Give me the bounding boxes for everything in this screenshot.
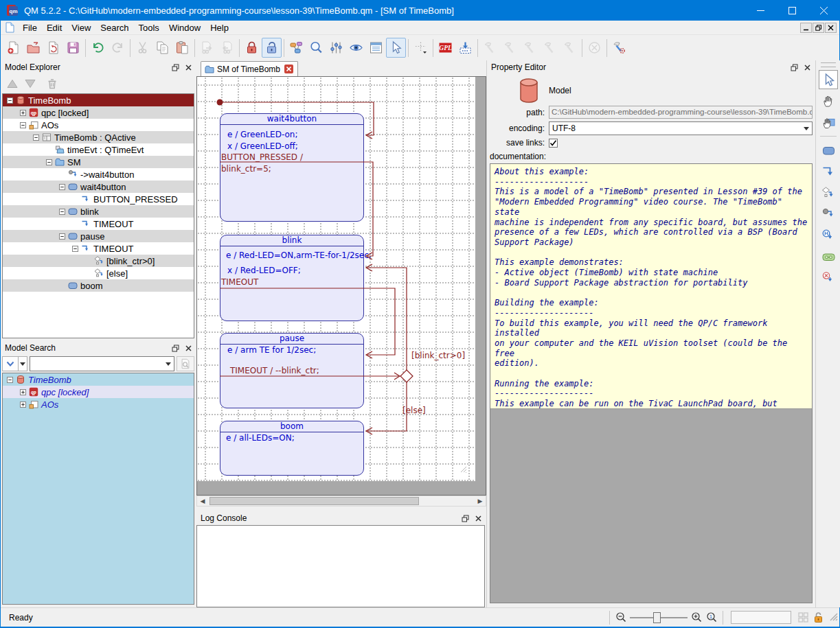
menu-item-view[interactable]: View bbox=[67, 21, 95, 34]
tree-item-blink-ctr-0[interactable]: [blink_ctr>0] bbox=[3, 255, 194, 267]
expander-minus-icon[interactable] bbox=[5, 97, 14, 104]
hammer-button[interactable] bbox=[520, 38, 540, 58]
text-editor-button[interactable] bbox=[366, 38, 386, 58]
hammer-gear-button[interactable] bbox=[609, 38, 629, 58]
expander-plus-icon[interactable] bbox=[19, 402, 27, 408]
choice-tool-button[interactable] bbox=[819, 183, 838, 202]
cancel-button[interactable] bbox=[584, 38, 604, 58]
hammer-button[interactable] bbox=[480, 38, 500, 58]
diagram-viewport[interactable]: wait4buttone / GreenLED-on;x / GreenLED-… bbox=[196, 76, 486, 496]
tree-item-pause[interactable]: pause bbox=[3, 230, 194, 242]
tree-item-timeout[interactable]: TIMEOUT bbox=[3, 218, 194, 230]
pointer-button[interactable] bbox=[386, 38, 406, 58]
grid-toggle-button[interactable] bbox=[795, 610, 810, 625]
float-panel-icon[interactable] bbox=[170, 62, 181, 72]
expander-minus-icon[interactable] bbox=[45, 159, 54, 165]
mdi-child-icon[interactable] bbox=[4, 22, 15, 33]
eye-button[interactable] bbox=[346, 38, 366, 58]
search-direction-menu-button[interactable] bbox=[19, 356, 27, 371]
expander-plus-icon[interactable] bbox=[19, 110, 27, 116]
toolbar-grip[interactable] bbox=[821, 62, 836, 67]
tree-item-wait4button[interactable]: wait4button bbox=[3, 181, 194, 193]
import-tray-button[interactable] bbox=[455, 38, 475, 58]
tree-item-timebomb[interactable]: TimeBomb bbox=[3, 94, 194, 106]
reload-model-button[interactable] bbox=[43, 38, 63, 58]
choice-point[interactable] bbox=[400, 370, 413, 382]
lock-status-button[interactable] bbox=[810, 610, 826, 625]
tree-item-timebomb-qactive[interactable]: TimeBomb : QActive bbox=[3, 131, 194, 143]
mdi-minimize-button[interactable] bbox=[800, 23, 812, 33]
delete-item-button[interactable] bbox=[43, 75, 61, 92]
expander-minus-icon[interactable] bbox=[58, 209, 67, 215]
zoom-in-button[interactable] bbox=[689, 610, 704, 625]
palette-button[interactable] bbox=[286, 38, 306, 58]
open-model-button[interactable] bbox=[23, 38, 43, 58]
tree-item-sm[interactable]: SM bbox=[3, 156, 194, 168]
cut-button[interactable] bbox=[133, 38, 152, 58]
paste-button[interactable] bbox=[172, 38, 192, 58]
float-panel-icon[interactable] bbox=[170, 343, 181, 353]
link-export-button[interactable] bbox=[197, 38, 217, 58]
redo-button[interactable] bbox=[108, 38, 128, 58]
encoding-select[interactable]: UTF-8 bbox=[549, 121, 813, 135]
move-up-button[interactable] bbox=[3, 75, 21, 92]
expander-minus-icon[interactable] bbox=[71, 246, 80, 252]
grid-snap-button[interactable] bbox=[411, 38, 431, 58]
state-pause[interactable]: pausee / arm TE for 1/2sec;TIMEOUT / --b… bbox=[220, 333, 364, 408]
undo-button[interactable] bbox=[88, 38, 108, 58]
maximize-button[interactable] bbox=[776, 0, 808, 21]
hammer-button[interactable] bbox=[500, 38, 520, 58]
menu-item-window[interactable]: Window bbox=[164, 21, 205, 34]
combo-dropdown-button[interactable] bbox=[801, 122, 812, 135]
guard-label[interactable]: [else] bbox=[402, 406, 426, 415]
mdi-restore-button[interactable] bbox=[813, 23, 824, 33]
search-direction-button[interactable] bbox=[2, 356, 19, 371]
lock-button[interactable] bbox=[242, 38, 262, 58]
tree-item-blink[interactable]: blink bbox=[3, 205, 194, 218]
hand-tool-button[interactable] bbox=[819, 91, 838, 111]
remove-tool-button[interactable] bbox=[819, 268, 838, 288]
tree-item-else[interactable]: [else] bbox=[3, 267, 194, 279]
scrollbar-thumb[interactable] bbox=[209, 497, 419, 505]
zoom-out-button[interactable] bbox=[613, 610, 628, 625]
tree-item-wait4button[interactable]: ->wait4button bbox=[3, 168, 194, 181]
menu-item-edit[interactable]: Edit bbox=[42, 21, 67, 34]
tree-item-boom[interactable]: boom bbox=[3, 279, 194, 292]
gpl-button[interactable]: GPL bbox=[435, 38, 455, 58]
diagram-horizontal-scrollbar[interactable]: ◀ ▶ bbox=[196, 496, 486, 507]
close-panel-icon[interactable] bbox=[473, 513, 484, 523]
resize-grip[interactable] bbox=[827, 610, 838, 625]
expander-minus-icon[interactable] bbox=[5, 377, 14, 383]
zoom-find-button[interactable] bbox=[306, 38, 326, 58]
zoom-slider-thumb[interactable] bbox=[653, 612, 661, 623]
state-tool-button[interactable] bbox=[819, 141, 838, 160]
transition-tool-button[interactable] bbox=[819, 162, 838, 181]
copy-button[interactable] bbox=[152, 38, 172, 58]
state-boom[interactable]: boome / all-LEDs=ON; bbox=[220, 421, 364, 476]
new-file-button[interactable] bbox=[3, 38, 23, 58]
tree-item-timebomb[interactable]: TimeBomb bbox=[3, 373, 194, 386]
search-find-button[interactable] bbox=[177, 356, 194, 371]
move-down-button[interactable] bbox=[21, 75, 39, 92]
guard-blink-ctr[interactable] bbox=[366, 264, 407, 370]
state-blink[interactable]: blinke / Red-LED=ON,arm-TE-for-1/2sec;x … bbox=[220, 235, 364, 321]
save-links-checkbox[interactable] bbox=[549, 139, 558, 148]
close-panel-icon[interactable] bbox=[802, 62, 813, 72]
search-input[interactable] bbox=[30, 356, 174, 371]
close-panel-icon[interactable] bbox=[183, 62, 194, 72]
combo-dropdown-button[interactable] bbox=[163, 357, 174, 371]
unlock-button[interactable] bbox=[262, 38, 282, 58]
diagram-canvas[interactable]: wait4buttone / GreenLED-on;x / GreenLED-… bbox=[197, 77, 475, 481]
pointer-tool-button[interactable] bbox=[819, 70, 838, 89]
menu-item-help[interactable]: Help bbox=[205, 21, 234, 34]
close-button[interactable] bbox=[808, 0, 839, 21]
guard-label[interactable]: [blink_ctr>0] bbox=[411, 351, 465, 360]
minimize-button[interactable] bbox=[745, 0, 776, 21]
zoom-slider[interactable] bbox=[628, 610, 689, 625]
tree-item-button-pressed[interactable]: BUTTON_PRESSED bbox=[3, 193, 194, 205]
state-wait4button[interactable]: wait4buttone / GreenLED-on;x / GreenLED-… bbox=[220, 113, 364, 222]
tree-item-aos[interactable]: AOs bbox=[3, 119, 194, 131]
expander-plus-icon[interactable] bbox=[19, 389, 27, 395]
menu-item-search[interactable]: Search bbox=[95, 21, 133, 34]
hammer-button[interactable] bbox=[560, 38, 580, 58]
